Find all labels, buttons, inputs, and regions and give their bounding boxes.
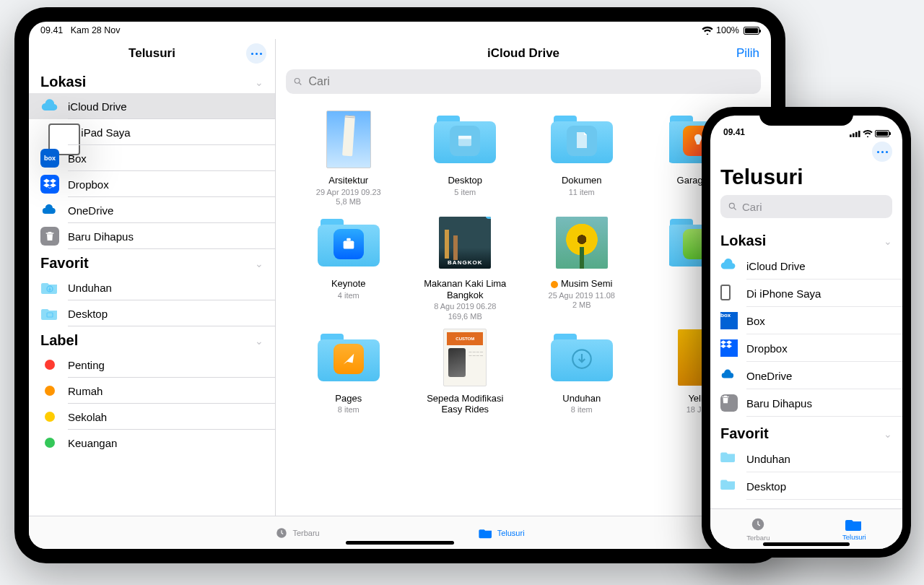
section-header-labels[interactable]: Label ⌄ xyxy=(710,500,902,508)
folder-icon xyxy=(720,450,738,467)
section-header-locations[interactable]: Lokasi ⌄ xyxy=(29,68,275,93)
file-meta: 29 Apr 2019 09.235,8 MB xyxy=(316,188,381,208)
home-indicator[interactable] xyxy=(346,541,454,545)
files-grid[interactable]: Arsitektur 29 Apr 2019 09.235,8 MB Deskt… xyxy=(276,100,771,516)
sidebar-item-icloud-drive[interactable]: iCloud Drive xyxy=(29,93,275,119)
file-meta: 5 item xyxy=(454,188,476,198)
image-thumbnail: BANGKOK xyxy=(439,217,491,269)
trash-icon xyxy=(40,227,59,246)
sidebar-item-recently-deleted[interactable]: Baru Dihapus xyxy=(29,223,275,249)
file-item[interactable]: Musim Semi 25 Agu 2019 11.082 MB xyxy=(535,212,629,322)
sidebar-item-tag-yellow[interactable]: Sekolah xyxy=(29,404,275,430)
svg-point-2 xyxy=(295,78,300,83)
list-item-dropbox[interactable]: Dropbox xyxy=(710,334,902,362)
file-item[interactable]: BANGKOK Makanan Kaki Lima Bangkok 8 Agu … xyxy=(418,212,512,322)
section-header-labels[interactable]: Label ⌄ xyxy=(29,326,275,352)
home-indicator[interactable] xyxy=(763,542,850,546)
tab-recents[interactable]: Terbaru xyxy=(746,516,770,542)
iphone-screen: 09.41 Telusuri Cari Lokasi ⌄ iCloud Driv… xyxy=(710,116,902,549)
file-name: Pages xyxy=(335,393,362,404)
select-button[interactable]: Pilih xyxy=(736,46,759,61)
trash-icon xyxy=(720,394,738,412)
onedrive-icon xyxy=(40,201,59,220)
section-title: Favorit xyxy=(720,425,769,442)
sidebar-item-label: Dropbox xyxy=(68,178,109,191)
svg-rect-12 xyxy=(858,131,860,137)
more-button[interactable] xyxy=(246,43,266,64)
battery-icon xyxy=(742,27,759,35)
list-item-downloads[interactable]: Unduhan xyxy=(710,445,902,472)
list-item-recently-deleted[interactable]: Baru Dihapus xyxy=(710,389,902,417)
document-thumbnail xyxy=(326,110,371,168)
chevron-down-icon: ⌄ xyxy=(884,235,892,247)
sidebar-item-tag-orange[interactable]: Rumah xyxy=(29,378,275,404)
folder-item[interactable]: Dokumen 11 item xyxy=(535,108,629,207)
sidebar-item-label: Box xyxy=(68,152,87,165)
tab-browse[interactable]: Telusuri xyxy=(842,517,866,541)
sidebar-item-tag-green[interactable]: Keuangan xyxy=(29,430,275,456)
folder-icon xyxy=(551,334,613,381)
tab-browse[interactable]: Telusuri xyxy=(479,527,525,539)
folder-icon xyxy=(479,527,493,539)
iphone-status-bar: 09.41 xyxy=(710,116,902,137)
chevron-down-icon: ⌄ xyxy=(255,335,263,347)
search-icon xyxy=(293,77,303,87)
file-meta: 4 item xyxy=(338,291,359,301)
sidebar-item-label: OneDrive xyxy=(68,204,113,217)
iphone-header xyxy=(710,137,902,165)
folder-icon xyxy=(40,304,59,323)
content-header: iCloud Drive Pilih xyxy=(276,39,771,68)
box-icon: box xyxy=(720,312,738,329)
status-time: 09.41 xyxy=(40,25,63,35)
file-meta: 8 Agu 2019 06.28169,6 MB xyxy=(434,302,496,322)
file-name: Sepeda Modifikasi Easy Rides xyxy=(418,393,512,415)
content-pane: iCloud Drive Pilih Arsitektur 29 Apr 201… xyxy=(276,39,771,516)
folder-item[interactable]: Desktop 5 item xyxy=(418,108,512,207)
sidebar-item-label: Desktop xyxy=(68,308,108,320)
tab-recents[interactable]: Terbaru xyxy=(275,526,319,540)
search-input[interactable] xyxy=(308,74,754,89)
sidebar-item-desktop[interactable]: Desktop xyxy=(29,300,275,326)
section-title: Lokasi xyxy=(720,233,766,249)
sidebar-item-on-ipad[interactable]: Di iPad Saya xyxy=(29,119,275,145)
list-item-on-iphone[interactable]: Di iPhone Saya xyxy=(710,280,902,307)
cellular-icon xyxy=(850,130,860,137)
folder-icon xyxy=(434,116,496,163)
sidebar-item-onedrive[interactable]: OneDrive xyxy=(29,197,275,223)
section-header-favorites[interactable]: Favorit ⌄ xyxy=(710,417,902,445)
folder-icon xyxy=(40,278,59,297)
folder-icon xyxy=(318,334,380,381)
list-item-desktop[interactable]: Desktop xyxy=(710,472,902,500)
sidebar-title: Telusuri xyxy=(128,46,175,61)
folder-item[interactable]: Unduhan 8 item xyxy=(535,326,629,415)
svg-rect-9 xyxy=(850,134,852,137)
folder-item[interactable]: Pages 8 item xyxy=(302,326,396,415)
list-item-label: OneDrive xyxy=(746,370,792,382)
list-item-box[interactable]: box Box xyxy=(710,307,902,334)
list-item-onedrive[interactable]: OneDrive xyxy=(710,362,902,389)
iphone-icon xyxy=(720,285,738,302)
search-field[interactable]: Cari xyxy=(720,195,892,218)
chevron-down-icon: ⌄ xyxy=(255,77,263,88)
section-header-locations[interactable]: Lokasi ⌄ xyxy=(710,224,902,252)
sidebar-item-tag-red[interactable]: Penting xyxy=(29,352,275,378)
svg-rect-5 xyxy=(343,241,354,249)
svg-rect-4 xyxy=(458,136,471,139)
search-field[interactable] xyxy=(286,69,761,94)
wifi-icon xyxy=(702,26,713,35)
clock-icon xyxy=(275,526,288,540)
sidebar-item-label: Unduhan xyxy=(68,282,112,294)
list-item-label: Unduhan xyxy=(746,453,790,465)
folder-item[interactable]: Keynote 4 item xyxy=(302,212,396,322)
file-item[interactable]: CUSTOM — — — — — — — — Sepeda Modifikasi… xyxy=(418,326,512,415)
status-date: Kam 28 Nov xyxy=(71,25,121,35)
file-item[interactable]: Arsitektur 29 Apr 2019 09.235,8 MB xyxy=(302,108,396,207)
list-item-icloud-drive[interactable]: iCloud Drive xyxy=(710,252,902,280)
search-placeholder: Cari xyxy=(742,201,762,213)
section-header-favorites[interactable]: Favorit ⌄ xyxy=(29,249,275,274)
sidebar-item-box[interactable]: box Box xyxy=(29,145,275,171)
more-button[interactable] xyxy=(872,142,892,162)
sidebar-item-downloads[interactable]: Unduhan xyxy=(29,274,275,300)
sidebar-item-dropbox[interactable]: Dropbox xyxy=(29,171,275,197)
sidebar-item-label: Penting xyxy=(68,359,105,371)
